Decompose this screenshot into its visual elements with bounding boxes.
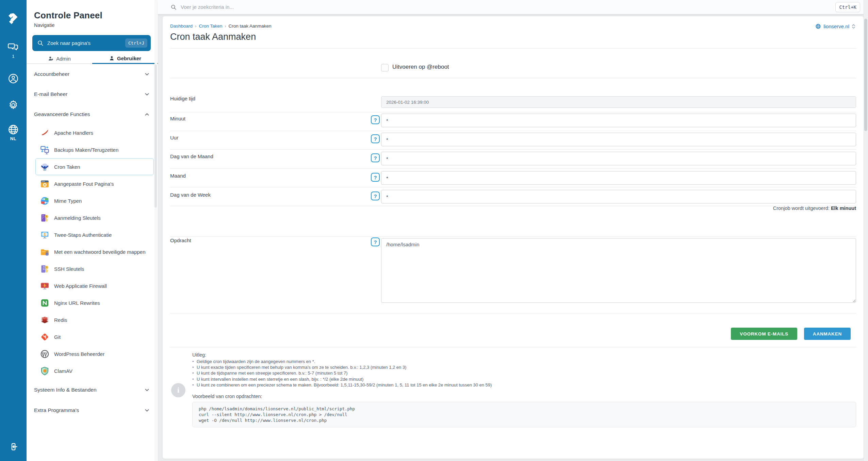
breadcrumb-separator: › — [195, 23, 196, 29]
logo-double-chevron-icon — [6, 12, 20, 26]
group-label: Accountbeheer — [34, 71, 69, 77]
dag-van-de-maand-input[interactable] — [381, 152, 856, 165]
help-icon[interactable]: ? — [371, 115, 380, 124]
divider — [170, 206, 856, 206]
sidebar-item-label: Backups Maken/Terugzetten — [54, 147, 118, 153]
help-icon[interactable]: ? — [371, 173, 380, 182]
group-geavanceerde-functies[interactable]: Geavanceerde Functies — [27, 104, 158, 124]
sidebar-item-beveiligde-mappen[interactable]: Met een wachtwoord beveiligde mappen — [27, 243, 158, 260]
reboot-checkbox-label[interactable]: Uitvoeren op @reboot — [392, 64, 449, 70]
chevron-down-icon — [144, 92, 150, 97]
sidebar-search[interactable]: Zoek naar pagina's Ctrl+J — [32, 35, 151, 51]
schedule-note: Cronjob wordt uitgevoerd: Elk minuut — [773, 205, 856, 211]
group-accountbeheer[interactable]: Accountbeheer — [27, 64, 158, 84]
sidebar-item-nginx[interactable]: Nginx URL Rewrites — [27, 294, 158, 311]
sidebar-item-backups[interactable]: Backups Maken/Terugzetten — [27, 141, 158, 158]
login-keys-icon — [40, 213, 49, 223]
divider — [170, 168, 856, 169]
minuut-input[interactable] — [381, 114, 856, 127]
group-label: E-mail Beheer — [34, 91, 67, 97]
messages-button[interactable] — [0, 41, 27, 53]
sidebar-scrollbar[interactable] — [154, 0, 158, 461]
aanmaken-button[interactable]: AANMAKEN — [804, 328, 851, 340]
help-icon[interactable]: ? — [371, 153, 380, 162]
sidebar-item-label: Met een wachtwoord beveiligde mappen — [54, 249, 146, 255]
sidebar-item-label: Aanmelding Sleutels — [54, 215, 101, 221]
sidebar-item-label: Apache Handlers — [54, 130, 93, 136]
reboot-checkbox[interactable] — [381, 64, 389, 71]
account-button[interactable] — [0, 72, 27, 85]
breadcrumb: Dashboard › Cron Taken › Cron taak Aanma… — [170, 23, 272, 29]
breadcrumb-current: Cron taak Aanmaken — [229, 23, 272, 29]
language-button[interactable] — [0, 124, 27, 136]
huidige-tijd-input — [381, 96, 856, 108]
group-extra-programmas[interactable]: Extra Programma's — [27, 400, 158, 420]
sidebar-item-label: Twee-Staps Authenticatie — [54, 232, 112, 238]
chevron-up-icon — [144, 112, 150, 117]
tab-gebruiker[interactable]: Gebruiker — [92, 54, 158, 64]
voorkom-emails-button[interactable]: VOORKOM E-MAILS — [731, 328, 797, 340]
help-icon[interactable]: ? — [371, 134, 380, 143]
app-logo[interactable] — [0, 11, 27, 26]
sidebar-item-redis[interactable]: Redis — [27, 311, 158, 328]
sidebar-item-label: ClamAV — [54, 368, 72, 374]
logout-icon — [8, 441, 19, 452]
sidebar-item-mime-typen[interactable]: Mime Typen — [27, 192, 158, 209]
sidebar-item-apache-handlers[interactable]: Apache Handlers — [27, 124, 158, 141]
uitleg-bullet: U kunt ze combineren om een preciezer sc… — [192, 382, 492, 388]
backups-icon — [40, 145, 49, 154]
group-systeem-info[interactable]: Systeem Info & Bestanden — [27, 379, 158, 400]
sidebar-item-twee-staps[interactable]: Twee-Staps Authenticatie — [27, 226, 158, 243]
domain-selector[interactable]: lionserve.nl — [815, 23, 855, 29]
uitleg-bullet: Geldige cron tijdwaarden zijn de aangege… — [192, 359, 492, 364]
sidebar-item-wordpress[interactable]: WordPress Beheerder — [27, 345, 158, 362]
uitleg-bullet: U kunt intervallen instellen met een ste… — [192, 376, 492, 382]
uur-input[interactable] — [381, 133, 856, 146]
opdracht-textarea[interactable]: /home/lsadmin — [381, 238, 856, 303]
tab-admin[interactable]: Admin — [27, 54, 92, 64]
git-icon — [40, 332, 49, 342]
sidebar-subtitle: Navigatie — [34, 22, 54, 28]
cron-robot-icon — [40, 162, 49, 171]
ssh-keys-icon — [40, 264, 49, 274]
sidebar-item-clamav[interactable]: ClamAV — [27, 362, 158, 379]
page-scrollbar-thumb[interactable] — [864, 19, 867, 131]
sidebar-item-aanmelding-sleutels[interactable]: Aanmelding Sleutels — [27, 209, 158, 226]
settings-button[interactable] — [0, 99, 27, 111]
divider — [170, 112, 856, 112]
breadcrumb-cron-taken[interactable]: Cron Taken — [199, 23, 222, 29]
search-icon — [37, 40, 44, 46]
group-email-beheer[interactable]: E-mail Beheer — [27, 84, 158, 104]
redis-icon — [40, 315, 49, 325]
sidebar-item-cron-taken[interactable]: Cron Taken — [35, 158, 154, 175]
sidebar-item-git[interactable]: Git — [27, 328, 158, 345]
sidebar-item-label: Cron Taken — [54, 164, 80, 170]
dag-van-de-week-input[interactable] — [381, 190, 856, 203]
error-pages-icon — [40, 179, 49, 188]
locale-label: NL — [0, 135, 27, 142]
chevron-down-icon — [144, 408, 150, 413]
sidebar-item-fout-paginas[interactable]: Aangepaste Fout Pagina's — [27, 175, 158, 192]
divider — [170, 347, 856, 347]
schedule-note-prefix: Cronjob wordt uitgevoerd: — [773, 205, 830, 211]
help-icon[interactable]: ? — [371, 192, 380, 200]
sidebar-item-waf[interactable]: Web Applicatie Firewall — [27, 277, 158, 294]
divider — [170, 48, 856, 49]
firewall-icon — [40, 281, 49, 291]
sidebar-item-ssh-sleutels[interactable]: SSH Sleutels — [27, 260, 158, 277]
tab-gebruiker-label: Gebruiker — [117, 55, 141, 61]
breadcrumb-dashboard[interactable]: Dashboard — [170, 23, 193, 29]
maand-input[interactable] — [381, 171, 856, 185]
wordpress-icon — [40, 349, 49, 359]
field-label-maand: Maand — [170, 173, 186, 179]
sidebar-menu: Accountbeheer E-mail Beheer Geavanceerde… — [27, 64, 158, 420]
cron-example-line: php /home/lsadmin/domains/lionserve.nl/p… — [199, 406, 850, 412]
divider — [170, 149, 856, 150]
logout-button[interactable] — [0, 440, 27, 454]
global-search-bar[interactable]: Voer je zoekcriteria in... Ctrl+K — [158, 0, 864, 14]
content-card: Dashboard › Cron Taken › Cron taak Aanma… — [163, 16, 864, 459]
group-label: Extra Programma's — [34, 407, 79, 413]
field-label-opdracht: Opdracht — [170, 237, 191, 243]
account-icon — [7, 73, 19, 84]
help-icon[interactable]: ? — [371, 237, 380, 246]
